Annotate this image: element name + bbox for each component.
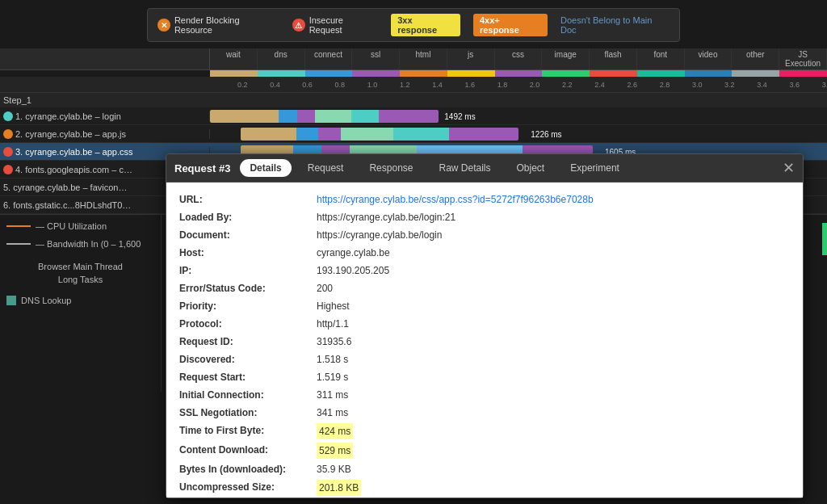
detail-ip-row: IP: 193.190.205.205 [179,263,790,278]
legend-3xx[interactable]: 3xx response [391,14,460,36]
modal-body: URL: https://cyrange.cylab.be/css/app.cs… [166,183,803,498]
tab-request[interactable]: Request [298,159,354,177]
cat-wait: wait [210,48,258,69]
protocol-value: http/1.1 [317,317,349,331]
cat-flash: flash [590,48,637,69]
cpu-line-icon [6,225,31,227]
timeline-left-header [0,48,210,69]
discovered-value: 1.518 s [317,352,348,367]
url-link[interactable]: https://cyrange.cylab.be/css/app.css?id=… [317,194,594,205]
detail-content-download-row: Content Download: 529 ms [179,443,790,459]
timeline-header: wait dns connect ssl html js css image f… [0,48,827,70]
cat-connect: connect [305,48,353,69]
legend-bar: ✕ Render Blocking Resource ⚠ Insecure Re… [147,8,680,42]
request-id-label: Request ID: [179,334,317,349]
row-2-icon [3,129,13,139]
initial-connection-value: 311 ms [317,388,348,402]
color-flash [590,70,637,77]
legend-4xx[interactable]: 4xx+ response [473,14,548,36]
legend-render-blocking-label: Render Blocking Resource [174,15,279,35]
color-video [685,70,733,77]
legend-main-doc[interactable]: Doesn't Belong to Main Doc [560,15,670,35]
url-value: https://cyrange.cylab.be/css/app.css?id=… [317,192,594,207]
step-label: Step_1 [0,95,210,105]
request-id-value: 31935.6 [317,334,351,349]
document-label: Document: [179,228,317,242]
legend-render-blocking[interactable]: ✕ Render Blocking Resource [157,15,279,35]
dns-lookup-label: DNS Lookup [21,296,71,305]
content-download-label: Content Download: [179,443,317,459]
color-js [447,70,495,77]
detail-priority-row: Priority: Highest [179,299,790,313]
color-css [495,70,543,77]
request-start-value: 1.519 s [317,370,348,384]
detail-bytes-in-row: Bytes In (downloaded): 35.9 KB [179,462,790,477]
detail-host-row: Host: cyrange.cylab.be [179,246,790,260]
row-3-icon [3,147,13,157]
detail-ttfb-row: Time to First Byte: 424 ms [179,423,790,439]
row-2-bars: 1226 ms [210,125,827,142]
request-start-label: Request Start: [179,370,317,384]
bandwidth-line-icon [6,243,31,245]
modal-header: Request #3 Details Request Response Raw … [166,154,803,183]
cat-dns: dns [258,48,305,69]
detail-request-start-row: Request Start: 1.519 s [179,370,790,384]
host-label: Host: [179,246,317,260]
color-bars-row [0,70,827,77]
document-value: https://cyrange.cylab.be/login [317,228,442,242]
table-row[interactable]: 2. cyrange.cylab.be – app.js 1226 ms [0,125,827,143]
tab-response[interactable]: Response [359,159,422,177]
legend-insecure[interactable]: ⚠ Insecure Request [292,15,378,35]
cat-font: font [637,48,685,69]
modal-title: Request #3 [174,162,230,174]
detail-request-id-row: Request ID: 31935.6 [179,334,790,349]
host-value: cyrange.cylab.be [317,246,390,260]
bytes-in-label: Bytes In (downloaded): [179,462,317,477]
cat-ssl: ssl [352,48,400,69]
color-wait [210,70,258,77]
table-row[interactable]: 1. cyrange.cylab.be – login 1492 ms [0,107,827,125]
main-doc-link[interactable]: Doesn't Belong to Main Doc [560,15,670,35]
row-1-ms: 1492 ms [444,111,475,120]
ssl-value: 341 ms [317,405,348,420]
detail-protocol-row: Protocol: http/1.1 [179,317,790,331]
bytes-in-value: 35.9 KB [317,462,351,477]
detail-loaded-by-row: Loaded By: https://cyrange.cylab.be/logi… [179,210,790,225]
bandwidth-label: — Bandwidth In (0 – 1,600 [36,239,141,249]
priority-label: Priority: [179,299,317,313]
dns-color-icon [6,296,16,305]
detail-document-row: Document: https://cyrange.cylab.be/login [179,228,790,242]
legend-insecure-label: Insecure Request [309,15,379,35]
error-label: Error/Status Code: [179,281,317,296]
scale-row: 0.2 0.4 0.6 0.8 1.0 1.2 1.4 1.6 1.8 2.0 … [0,77,827,93]
ip-label: IP: [179,263,317,278]
cat-js-exec: JS Execution [779,48,827,69]
3xx-badge: 3xx response [391,14,460,36]
browser-main-thread-label: Browser Main Thread [38,262,123,271]
timeline-categories: wait dns connect ssl html js css image f… [210,48,827,69]
row-1-bars: 1492 ms [210,107,827,124]
modal-close-button[interactable]: ✕ [783,161,795,175]
priority-value: Highest [317,299,350,313]
insecure-icon: ⚠ [292,19,305,32]
initial-connection-label: Initial Connection: [179,388,317,402]
step-label-row: Step_1 [0,93,827,107]
color-image [542,70,590,77]
cat-css: css [495,48,543,69]
tab-experiment[interactable]: Experiment [560,159,629,177]
detail-url-row: URL: https://cyrange.cylab.be/css/app.cs… [179,192,790,207]
green-indicator [822,223,827,255]
cat-video: video [685,48,733,69]
discovered-label: Discovered: [179,352,317,367]
dns-lookup-bar: DNS Lookup [6,296,154,305]
tab-object[interactable]: Object [507,159,555,177]
color-font [637,70,685,77]
color-dns [258,70,305,77]
loaded-by-label: Loaded By: [179,210,317,225]
uncompressed-value: 201.8 KB [317,480,361,496]
content-download-value: 529 ms [317,443,353,459]
tab-raw-details[interactable]: Raw Details [429,159,500,177]
detail-initial-connection-row: Initial Connection: 311 ms [179,388,790,402]
tab-details[interactable]: Details [240,159,291,177]
cat-html: html [400,48,447,69]
